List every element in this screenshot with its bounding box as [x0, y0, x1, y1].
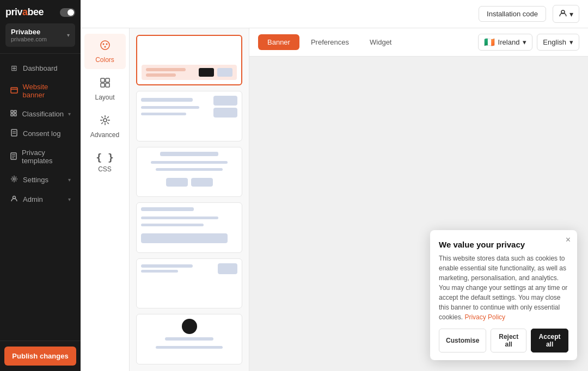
toggle-thumb [68, 9, 74, 16]
svg-line-32 [107, 116, 108, 118]
svg-rect-5 [14, 114, 16, 116]
toggle-switch[interactable] [60, 8, 75, 17]
accept-all-button[interactable]: Accept all [531, 329, 568, 353]
language-label: English [543, 38, 566, 46]
svg-rect-22 [101, 83, 105, 87]
content-area: Colors Layout Advanced { } CSS [81, 28, 588, 371]
sidebar-item-classification[interactable]: Classification ▾ [3, 104, 77, 123]
sidebar-item-consent-log[interactable]: Consent log [3, 124, 77, 143]
tab-widget[interactable]: Widget [360, 34, 401, 50]
sidebar-item-label: Privacy templates [22, 149, 71, 165]
sidebar-item-settings[interactable]: Settings ▾ [3, 170, 77, 189]
svg-line-31 [101, 122, 103, 124]
banner-title: We value your privacy [439, 240, 568, 249]
sidebar-item-label: Classification [22, 110, 64, 118]
country-label: Ireland [498, 38, 520, 46]
language-selector[interactable]: English ▾ [537, 34, 579, 51]
svg-rect-21 [106, 78, 109, 82]
svg-point-13 [13, 178, 15, 180]
template-thumb-6[interactable] [136, 314, 242, 364]
svg-rect-0 [11, 88, 17, 93]
cookie-banner: × We value your privacy This website sto… [430, 230, 577, 360]
country-flag: 🇮🇪 [484, 37, 495, 47]
css-label: CSS [98, 165, 112, 173]
tab-banner[interactable]: Banner [258, 34, 299, 50]
workspace-name: Privabee [11, 28, 47, 36]
preview-area: Banner Preferences Widget 🇮🇪 Ireland ▾ E… [249, 28, 588, 371]
reject-all-button[interactable]: Reject all [491, 329, 526, 353]
country-selector[interactable]: 🇮🇪 Ireland ▾ [478, 34, 533, 51]
sidebar-header: privabee Privabee privabee.com ▾ [0, 0, 81, 54]
template-btn-black [199, 68, 214, 77]
css-panel-item[interactable]: { } CSS [84, 146, 126, 178]
advanced-panel-item[interactable]: Advanced [84, 109, 126, 144]
svg-rect-23 [106, 83, 109, 87]
svg-line-29 [101, 116, 103, 118]
template-area [130, 28, 249, 371]
admin-icon [10, 195, 19, 204]
workspace-chevron-icon: ▾ [67, 32, 70, 38]
sidebar-item-label: Consent log [23, 129, 60, 138]
settings-icon [10, 175, 19, 184]
workspace-selector[interactable]: Privabee privabee.com ▾ [5, 23, 75, 47]
svg-rect-4 [11, 114, 13, 116]
sidebar-item-privacy-templates[interactable]: Privacy templates [3, 144, 77, 170]
sidebar-item-dashboard[interactable]: ⊞ Dashboard [3, 59, 77, 77]
advanced-icon [99, 114, 111, 129]
expand-icon: ▾ [68, 177, 71, 183]
banner-body: This website stores data such as cookies… [439, 253, 568, 322]
locale-selectors: 🇮🇪 Ireland ▾ English ▾ [478, 34, 579, 51]
layout-icon [99, 77, 111, 91]
sidebar-item-label: Website banner [23, 83, 71, 99]
svg-rect-3 [14, 110, 16, 113]
svg-rect-2 [11, 110, 13, 113]
consent-log-icon [10, 129, 19, 138]
svg-point-19 [104, 46, 106, 48]
classification-icon [10, 109, 17, 119]
icon-panel: Colors Layout Advanced { } CSS [81, 28, 130, 371]
language-chevron-icon: ▾ [569, 38, 573, 46]
chevron-down-icon: ▾ [569, 10, 573, 18]
privacy-policy-link[interactable]: Privacy Policy [464, 313, 505, 321]
user-button[interactable]: ▾ [553, 5, 579, 23]
logo-text: privabee [5, 7, 44, 18]
workspace-url: privabee.com [11, 36, 47, 42]
tab-preferences[interactable]: Preferences [302, 34, 358, 50]
preview-tabs: Banner Preferences Widget 🇮🇪 Ireland ▾ E… [249, 28, 588, 57]
layout-panel-item[interactable]: Layout [84, 71, 126, 107]
sidebar-footer: Publish changes [0, 341, 81, 371]
svg-rect-20 [101, 78, 105, 82]
publish-button[interactable]: Publish changes [4, 347, 76, 366]
sidebar-item-website-banner[interactable]: Website banner [3, 78, 77, 104]
layout-label: Layout [95, 94, 114, 101]
svg-point-17 [102, 44, 104, 45]
template-thumb-5[interactable] [136, 258, 242, 309]
banner-buttons: Customise Reject all Accept all [439, 329, 568, 353]
expand-icon: ▾ [68, 196, 71, 202]
sidebar: privabee Privabee privabee.com ▾ ⊞ Dashb… [0, 0, 81, 371]
colors-icon [99, 39, 111, 54]
svg-point-18 [106, 44, 107, 45]
template-thumb-1[interactable] [136, 35, 242, 85]
colors-label: Colors [95, 56, 114, 64]
svg-line-30 [107, 122, 108, 124]
template-thumb-4[interactable] [136, 202, 242, 253]
template-thumb-2[interactable] [136, 91, 242, 141]
template-btn-grey [217, 68, 232, 77]
workspace-info: Privabee privabee.com [11, 28, 47, 42]
privacy-templates-icon [10, 152, 17, 162]
svg-point-24 [103, 119, 107, 122]
colors-panel-item[interactable]: Colors [84, 34, 126, 69]
template-thumb-3[interactable] [136, 147, 242, 197]
sidebar-item-label: Settings [23, 176, 48, 184]
banner-close-button[interactable]: × [566, 236, 571, 244]
sidebar-nav: ⊞ Dashboard Website banner Classificatio… [0, 54, 81, 341]
customise-button[interactable]: Customise [439, 329, 486, 353]
user-icon [559, 9, 567, 19]
css-icon: { } [96, 152, 114, 163]
sidebar-logo: privabee [5, 7, 75, 18]
sidebar-item-admin[interactable]: Admin ▾ [3, 190, 77, 209]
country-chevron-icon: ▾ [523, 38, 526, 46]
advanced-label: Advanced [90, 131, 119, 139]
install-code-button[interactable]: Installation code [479, 6, 546, 22]
